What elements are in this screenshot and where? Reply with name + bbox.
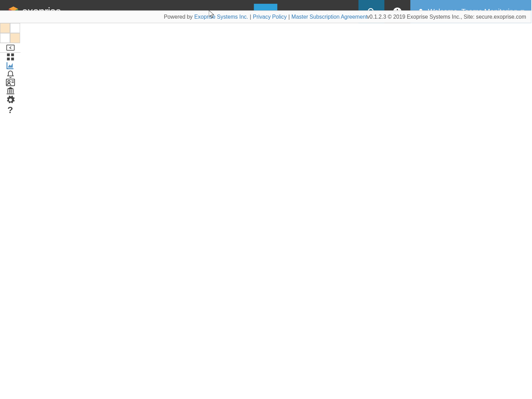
gear-icon (6, 95, 15, 105)
rail-grid[interactable] (0, 53, 20, 61)
svg-rect-10 (7, 53, 10, 56)
rail-alerts[interactable] (0, 70, 20, 78)
svg-rect-13 (11, 58, 14, 61)
svg-rect-22 (7, 93, 14, 94)
footer-company-link[interactable]: Exoprise Systems Inc. (194, 14, 248, 20)
id-icon (6, 78, 15, 86)
question-icon: ? (7, 105, 13, 115)
rail-chart[interactable] (0, 61, 20, 71)
rail-help[interactable]: ? (0, 105, 20, 115)
grid-icon (6, 53, 15, 61)
svg-rect-12 (7, 58, 10, 61)
svg-point-15 (8, 81, 10, 83)
footer-msa-link[interactable]: Master Subscription Agreement (291, 14, 367, 20)
rail-home[interactable] (0, 23, 20, 43)
svg-rect-19 (9, 90, 10, 93)
svg-rect-11 (11, 53, 14, 56)
rail-institution[interactable] (0, 86, 20, 95)
rail-back[interactable] (0, 43, 20, 53)
svg-rect-9 (7, 45, 14, 50)
rail-id[interactable] (0, 78, 20, 86)
svg-rect-21 (12, 90, 13, 93)
svg-rect-20 (11, 90, 11, 93)
rail-settings[interactable] (0, 95, 20, 105)
bell-icon (6, 70, 15, 78)
footer-version: v0.1.2.3 © 2019 Exoprise Systems Inc., S… (367, 14, 526, 20)
arrow-left-icon (6, 43, 15, 53)
svg-point-7 (397, 9, 398, 10)
footer: Powered by Exoprise Systems Inc. | Priva… (0, 10, 531, 23)
chart-icon (5, 61, 15, 71)
footer-privacy-link[interactable]: Privacy Policy (253, 14, 287, 20)
institution-icon (6, 86, 15, 95)
svg-rect-18 (7, 90, 8, 93)
footer-tab[interactable] (254, 4, 277, 10)
